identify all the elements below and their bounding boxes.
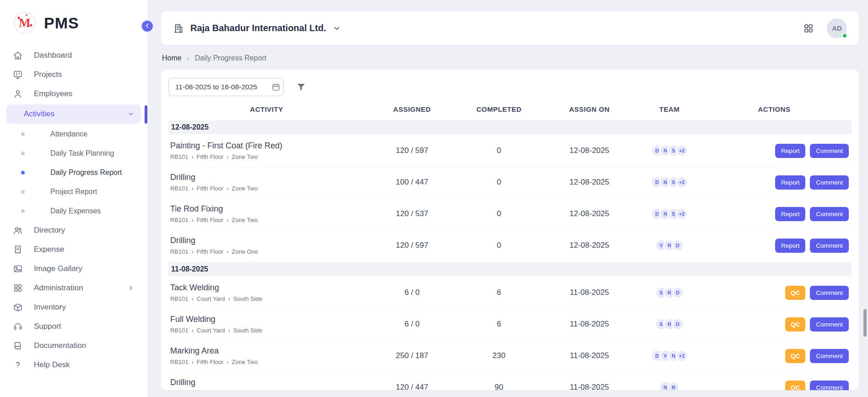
team-more-badge[interactable]: +2 [676, 145, 688, 157]
team-member-badge[interactable]: R [668, 381, 679, 390]
report-button[interactable]: Report [775, 144, 806, 158]
qc-button[interactable]: QC [785, 286, 805, 300]
assign-on-value: 12-08-2025 [537, 241, 642, 250]
svg-text:M: M [19, 16, 30, 30]
path-project: RB101 [170, 185, 189, 192]
row-actions: QC Comment [697, 349, 852, 363]
sidebar-item-administration[interactable]: Administration [0, 278, 147, 298]
sidebar-item-activities-wrap: Activities [0, 104, 147, 124]
path-floor: Court Yard [197, 327, 225, 334]
report-button[interactable]: Report [775, 239, 806, 253]
organization-selector[interactable]: Raja Bahadur International Ltd. [173, 23, 341, 34]
assign-on-value: 11-08-2025 [537, 383, 642, 390]
sidebar-item-documentation[interactable]: Documentation [0, 336, 147, 355]
sidebar-item-activities[interactable]: Activities [6, 104, 141, 124]
sidebar-subitem-daily-expenses[interactable]: Daily Expenses [0, 201, 147, 221]
activity-name[interactable]: Tack Welding [170, 283, 363, 293]
row-actions: Report Comment [697, 175, 852, 190]
path-project: RB101 [170, 359, 189, 365]
report-button[interactable]: Report [775, 207, 806, 221]
book-icon [13, 341, 23, 351]
box-icon [13, 302, 23, 312]
activity-name[interactable]: Drilling [170, 236, 363, 245]
sidebar-item-dashboard[interactable]: Dashboard [0, 46, 147, 65]
team-member-badge[interactable]: D [672, 239, 684, 251]
filter-icon[interactable] [296, 82, 307, 92]
chevron-right-icon: › [192, 185, 194, 192]
sidebar-item-image-gallery[interactable]: Image Gallary [0, 259, 147, 278]
qc-button[interactable]: QC [785, 381, 805, 391]
activity-name[interactable]: Drilling [170, 378, 363, 387]
chevron-right-icon: › [226, 249, 228, 255]
people-icon [13, 225, 23, 235]
sidebar-subitem-attendance[interactable]: Attendance [0, 125, 147, 144]
activity-name[interactable]: Full Welding [170, 315, 363, 324]
assigned-value: 120 / 447 [363, 383, 461, 390]
apps-grid-icon[interactable] [803, 23, 814, 34]
column-header-assign-on: ASSIGN ON [537, 105, 642, 113]
sidebar-item-employees[interactable]: Employees [0, 84, 147, 103]
activity-path: RB101 › Fifth Floor › Zone Two [170, 153, 363, 160]
activity-path: RB101 › Fifth Floor › Zone One [170, 248, 363, 255]
team-more-badge[interactable]: +2 [676, 176, 688, 188]
team-avatars: D V N +2 [642, 350, 697, 362]
completed-value: 90 [461, 383, 537, 390]
activity-cell: Drilling RB101 › Fifth Floor › Zone Two [168, 378, 363, 390]
date-range-field[interactable] [168, 78, 284, 96]
sidebar-item-projects[interactable]: Projects [0, 65, 147, 84]
date-range-input[interactable] [174, 82, 268, 92]
chevron-right-icon: › [192, 217, 194, 223]
sidebar-item-support[interactable]: Support [0, 317, 147, 336]
comment-button[interactable]: Comment [810, 381, 849, 391]
sidebar-subitem-project-report[interactable]: Project Report [0, 182, 147, 201]
table-row: Drilling RB101 › Fifth Floor › Zone One … [168, 230, 852, 261]
question-mark-icon [13, 360, 23, 370]
home-icon [13, 50, 23, 60]
sidebar-item-expense[interactable]: Expense [0, 240, 147, 259]
team-member-badge[interactable]: D [672, 287, 684, 299]
activity-name[interactable]: Drilling [170, 173, 363, 182]
comment-button[interactable]: Comment [810, 144, 849, 158]
avatar[interactable]: AD [827, 18, 847, 38]
online-status-dot [842, 33, 847, 38]
sidebar-collapse-button[interactable] [140, 19, 154, 33]
qc-button[interactable]: QC [785, 349, 805, 363]
activity-name[interactable]: Tie Rod Fixing [170, 204, 363, 214]
bullet-icon [21, 132, 25, 136]
sidebar-item-label: Projects [34, 70, 62, 79]
assign-on-value: 12-08-2025 [537, 146, 642, 155]
app-title: PMS [44, 14, 79, 32]
report-button[interactable]: Report [775, 175, 806, 190]
breadcrumb: Home › Daily Progress Report [162, 54, 859, 62]
comment-button[interactable]: Comment [810, 317, 849, 332]
comment-button[interactable]: Comment [810, 207, 849, 221]
team-more-badge[interactable]: +2 [676, 208, 688, 220]
team-avatars: D N S +2 [642, 145, 697, 157]
comment-button[interactable]: Comment [810, 239, 849, 253]
sidebar-item-help-desk[interactable]: Help Desk [0, 355, 147, 375]
sidebar-item-label: Expense [34, 245, 64, 254]
team-more-badge[interactable]: +2 [676, 350, 688, 362]
activity-name[interactable]: Painting - First Coat (Fire Red) [170, 141, 363, 151]
path-floor: Fifth Floor [197, 153, 224, 160]
scrollbar-thumb[interactable] [863, 309, 867, 337]
sidebar-subitem-label: Daily Progress Report [50, 169, 122, 177]
assigned-value: 120 / 597 [363, 146, 461, 155]
row-actions: QC Comment [697, 381, 852, 391]
sidebar-subitem-daily-progress-report[interactable]: Daily Progress Report [0, 163, 147, 182]
team-member-badge[interactable]: D [672, 318, 684, 330]
receipt-icon [13, 245, 23, 255]
activity-path: RB101 › Fifth Floor › Zone Two [170, 217, 363, 223]
activity-name[interactable]: Marking Area [170, 346, 363, 356]
sidebar-item-directory[interactable]: Directory [0, 221, 147, 240]
breadcrumb-home[interactable]: Home [162, 54, 182, 62]
sidebar-item-inventory[interactable]: Inventory [0, 298, 147, 317]
assign-on-value: 11-08-2025 [537, 288, 642, 297]
comment-button[interactable]: Comment [810, 349, 849, 363]
comment-button[interactable]: Comment [810, 286, 849, 300]
sidebar-subitem-daily-task-planning[interactable]: Daily Task Planning [0, 144, 147, 163]
qc-button[interactable]: QC [785, 317, 805, 332]
comment-button[interactable]: Comment [810, 175, 849, 190]
activity-cell: Tie Rod Fixing RB101 › Fifth Floor › Zon… [168, 204, 363, 223]
sidebar-subitem-label: Daily Expenses [50, 207, 101, 215]
